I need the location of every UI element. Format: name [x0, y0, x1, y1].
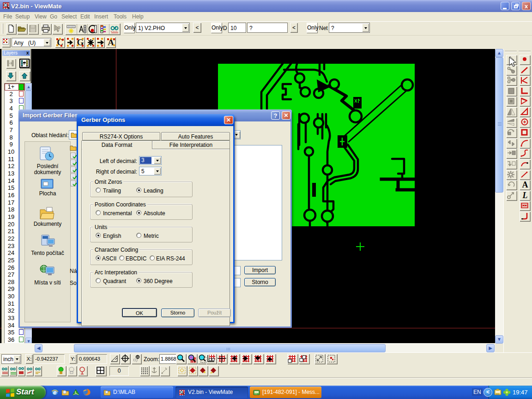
svg-text:e: e — [53, 389, 56, 396]
svg-text:?: ? — [57, 25, 60, 32]
svg-text:L: L — [75, 390, 77, 394]
